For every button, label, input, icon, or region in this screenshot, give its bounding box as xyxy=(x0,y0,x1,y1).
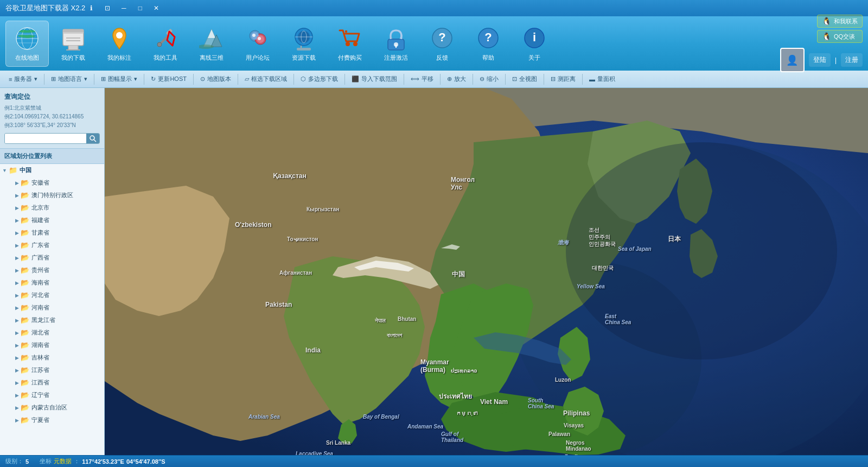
resource-icon xyxy=(291,26,317,52)
divider-6 xyxy=(293,74,294,85)
search-input[interactable] xyxy=(5,134,86,143)
tree-item-jiangsu[interactable]: ▶ 📂 江苏省 xyxy=(0,364,104,376)
toolbar-online-map[interactable]: 在线地图 xyxy=(5,21,49,67)
toolbar-offline-3d[interactable]: 离线三维 xyxy=(190,21,233,67)
search-examples: 例1:北京紫禁城 例2:104.09691724, 30.62114865 例3… xyxy=(4,104,100,130)
zoom-in-button[interactable]: ⊕ 放大 xyxy=(443,73,470,85)
tree-item-hebei[interactable]: ▶ 📂 河北省 xyxy=(0,289,104,301)
coord-highlight: 元数据 xyxy=(54,457,72,465)
tree-arrow: ▶ xyxy=(15,318,19,323)
server-button[interactable]: ≡ 服务器 ▾ xyxy=(4,73,42,85)
close-button[interactable]: ✕ xyxy=(150,2,162,14)
maximize-button[interactable]: □ xyxy=(134,2,146,14)
tree-arrow: ▶ xyxy=(15,355,19,361)
svg-rect-32 xyxy=(297,48,311,51)
folder-icon: 📂 xyxy=(21,191,29,199)
toolbar-my-download[interactable]: 我的下载 xyxy=(52,21,95,67)
sidebar: 查询定位 例1:北京紫禁城 例2:104.09691724, 30.621148… xyxy=(0,88,105,455)
tree-arrow: ▶ xyxy=(15,418,19,423)
tree-item-hunan[interactable]: ▶ 📂 湖南省 xyxy=(0,339,104,351)
measure-area-button[interactable]: ▬ 量面积 xyxy=(585,73,620,85)
map-version-button[interactable]: ⊙ 地图版本 xyxy=(196,73,235,85)
info-button[interactable]: ℹ xyxy=(85,2,97,14)
import-range-icon: ⬛ xyxy=(352,75,359,83)
coord-separator: ： xyxy=(74,457,80,465)
toolbar-help[interactable]: ? 帮助 xyxy=(467,21,510,67)
tree-item-heilongjiang[interactable]: ▶ 📂 黑龙江省 xyxy=(0,314,104,326)
lock-icon xyxy=(383,26,409,52)
folder-icon: 📂 xyxy=(21,378,29,387)
import-range-button[interactable]: ⬛ 导入下载范围 xyxy=(347,73,401,85)
tree-item-inner-mongolia[interactable]: ▶ 📂 内蒙古自治区 xyxy=(0,401,104,414)
folder-icon: 📂 xyxy=(21,279,29,287)
map-lang-button[interactable]: ⊞ 地图语言 ▾ xyxy=(47,73,92,85)
full-view-icon: ⊡ xyxy=(512,75,517,83)
avatar-area: 👤 xyxy=(780,48,805,72)
tree-item-hainan[interactable]: ▶ 📂 海南省 xyxy=(0,276,104,289)
qq-button[interactable]: 🐧 QQ交谈 xyxy=(817,30,863,43)
tree-item-china[interactable]: ▼ 📁 中国 xyxy=(0,164,104,176)
toolbar-register-activate[interactable]: 注册激活 xyxy=(374,21,418,67)
forum-icon xyxy=(245,26,271,52)
folder-icon: 📂 xyxy=(21,229,29,237)
mountain-icon xyxy=(199,26,225,52)
tree-item-jilin[interactable]: ▶ 📂 吉林省 xyxy=(0,351,104,364)
toolbar-about[interactable]: i 关于 xyxy=(513,21,556,67)
tree-item-ningxia[interactable]: ▶ 📂 宁夏省 xyxy=(0,414,104,426)
svg-point-34 xyxy=(353,42,358,46)
minimize-button[interactable]: ─ xyxy=(118,2,130,14)
toolbar-my-marker[interactable]: 我的标注 xyxy=(98,21,141,67)
divider-3 xyxy=(144,74,144,85)
tree-arrow: ▶ xyxy=(15,280,19,286)
folder-icon: 📂 xyxy=(21,316,29,324)
register-button[interactable]: 注册 xyxy=(841,53,863,67)
divider-13 xyxy=(582,74,583,85)
contact-button[interactable]: 🐧 和我联系 xyxy=(817,15,863,28)
tree-item-anhui[interactable]: ▶ 📂 安徽省 xyxy=(0,176,104,189)
polygon-download-icon: ⬡ xyxy=(301,75,306,83)
toolbar-user-forum[interactable]: 用户论坛 xyxy=(236,21,279,67)
search-icon xyxy=(89,135,97,142)
tree-arrow: ▶ xyxy=(15,218,19,223)
map-area[interactable]: Қазақстан МонголУлс O'zbekiston Кыргызст… xyxy=(105,88,868,455)
tree-item-beijing[interactable]: ▶ 📂 北京市 xyxy=(0,201,104,214)
search-button[interactable] xyxy=(86,134,99,143)
tree-item-hubei[interactable]: ▶ 📂 湖北省 xyxy=(0,326,104,339)
restore-small-button[interactable]: ⊡ xyxy=(101,2,113,14)
tree-arrow: ▶ xyxy=(15,405,19,411)
app-title: 谷歌卫星地图下载器 X2.2 xyxy=(5,3,85,13)
folder-icon: 📂 xyxy=(21,254,29,262)
zoom-out-button[interactable]: ⊖ 缩小 xyxy=(475,73,503,85)
select-download-button[interactable]: ▱ 框选下载区域 xyxy=(240,73,291,85)
tree-item-guizhou[interactable]: ▶ 📂 贵州省 xyxy=(0,264,104,276)
tree-arrow: ▶ xyxy=(15,305,19,311)
level-value: 5 xyxy=(25,458,29,465)
full-view-button[interactable]: ⊡ 全视图 xyxy=(508,73,541,85)
toolbar-feedback[interactable]: ? 反馈 xyxy=(420,21,464,67)
tree-item-liaoning[interactable]: ▶ 📂 辽宁省 xyxy=(0,389,104,401)
tree-item-gansu[interactable]: ▶ 📂 甘肃省 xyxy=(0,226,104,239)
update-host-button[interactable]: ↻ 更新HOST xyxy=(146,73,191,85)
titlebar-controls: ℹ ⊡ ─ □ ✕ xyxy=(85,2,162,14)
divider-5 xyxy=(238,74,238,85)
pan-button[interactable]: ⟺ 平移 xyxy=(406,73,438,85)
tree-item-guangxi[interactable]: ▶ 📂 广西省 xyxy=(0,251,104,264)
tree-item-henan[interactable]: ▶ 📂 河南省 xyxy=(0,301,104,314)
toolbar-resource-download[interactable]: 资源下载 xyxy=(282,21,326,67)
toolbar-paid-purchase[interactable]: 付费购买 xyxy=(328,21,372,67)
login-button[interactable]: 登陆 xyxy=(809,53,831,67)
tree-item-fujian[interactable]: ▶ 📂 福建省 xyxy=(0,214,104,226)
tree-item-guangdong[interactable]: ▶ 📂 广东省 xyxy=(0,239,104,251)
polygon-download-button[interactable]: ⬡ 多边形下载 xyxy=(296,73,342,85)
map-display-button[interactable]: ⊞ 图幅显示 ▾ xyxy=(97,73,142,85)
tree-arrow: ▶ xyxy=(15,368,19,373)
tree-item-macao[interactable]: ▶ 📂 澳门特别行政区 xyxy=(0,189,104,201)
cart-icon xyxy=(337,26,363,52)
tree-arrow: ▶ xyxy=(15,393,19,398)
tree-item-jiangxi[interactable]: ▶ 📂 江西省 xyxy=(0,376,104,389)
feedback-icon: ? xyxy=(429,26,455,52)
measure-distance-button[interactable]: ⊟ 测距离 xyxy=(546,73,580,85)
toolbar-my-tools[interactable]: 我的工具 xyxy=(144,21,187,67)
divider-8 xyxy=(404,74,404,85)
my-download-label: 我的下载 xyxy=(61,54,85,62)
